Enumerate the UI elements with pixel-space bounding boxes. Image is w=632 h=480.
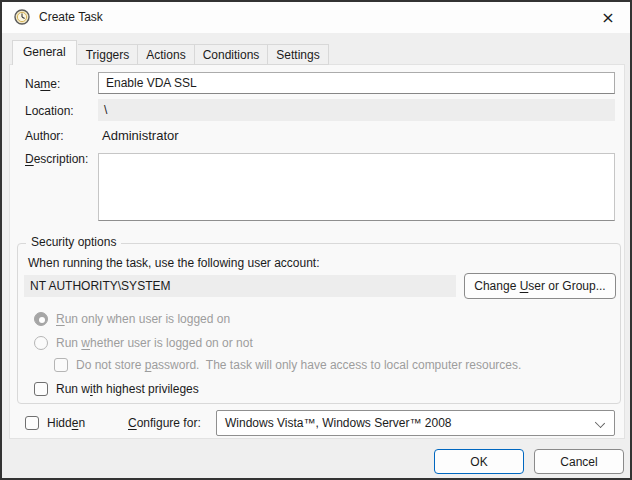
create-task-dialog: Create Task × General Triggers Actions C… (0, 0, 632, 480)
tab-actions[interactable]: Actions (138, 44, 194, 65)
titlebar: Create Task × (2, 2, 630, 33)
close-button[interactable]: × (588, 2, 628, 33)
radio-run-whether-logged-on[interactable] (34, 336, 48, 350)
change-user-or-group-button[interactable]: Change User or Group... (464, 273, 616, 299)
author-label: Author: (25, 129, 64, 143)
checkbox-hidden-label: Hidden (47, 416, 85, 430)
radio-run-only-logged-on[interactable] (34, 312, 48, 326)
checkbox-run-highest-privileges[interactable] (34, 382, 48, 396)
ok-button[interactable]: OK (434, 449, 524, 474)
tab-conditions[interactable]: Conditions (195, 44, 269, 65)
tab-strip: General Triggers Actions Conditions Sett… (12, 40, 329, 65)
chevron-down-icon (595, 418, 605, 428)
configure-for-label: Configure for: (128, 416, 201, 430)
window-title: Create Task (39, 10, 103, 24)
description-input[interactable] (98, 153, 615, 221)
description-label: Description: (25, 152, 88, 166)
checkbox-do-not-store-password[interactable] (54, 358, 68, 372)
checkbox-do-not-store-password-label: Do not store password. The task will onl… (76, 358, 521, 372)
radio-run-whether-logged-on-label: Run whether user is logged on or not (56, 336, 253, 350)
cancel-button[interactable]: Cancel (534, 449, 624, 474)
author-value: Administrator (102, 128, 179, 143)
checkbox-run-highest-privileges-label: Run with highest privileges (56, 382, 199, 396)
user-account-field: NT AUTHORITY\SYSTEM (24, 275, 456, 297)
name-input[interactable] (98, 72, 615, 94)
checkbox-hidden[interactable] (25, 416, 39, 430)
security-options-group-label: Security options (26, 235, 121, 249)
task-scheduler-clock-icon (14, 9, 30, 25)
close-icon: × (601, 10, 614, 26)
general-tab-page: Name: Location: \ Author: Administrator … (9, 64, 625, 439)
location-value-field: \ (98, 99, 615, 121)
tab-settings[interactable]: Settings (268, 44, 328, 65)
name-label: Name: (25, 77, 60, 91)
tab-general[interactable]: General (12, 40, 77, 65)
configure-for-selected-value: Windows Vista™, Windows Server™ 2008 (225, 416, 452, 430)
user-account-hint: When running the task, use the following… (28, 256, 320, 270)
tab-triggers[interactable]: Triggers (78, 44, 139, 65)
security-options-group: Security options When running the task, … (17, 243, 621, 404)
radio-run-only-logged-on-label: Run only when user is logged on (56, 312, 230, 326)
location-label: Location: (25, 104, 74, 118)
configure-for-dropdown[interactable]: Windows Vista™, Windows Server™ 2008 (216, 410, 615, 436)
